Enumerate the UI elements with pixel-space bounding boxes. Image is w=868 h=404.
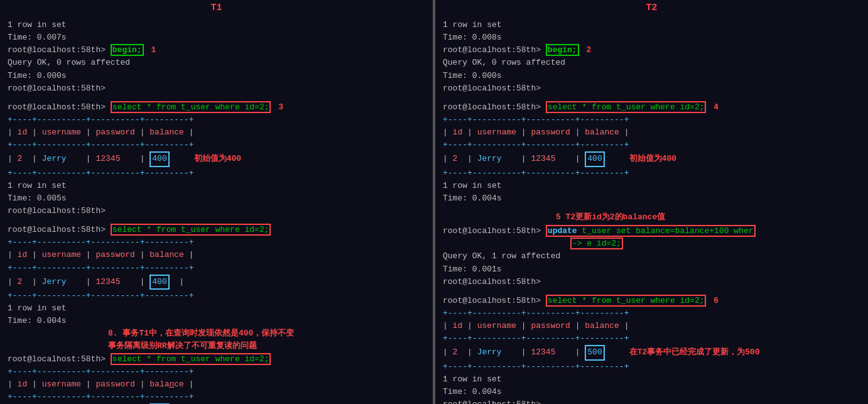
right-content: 1 row in set Time: 0.008s root@localhost…	[443, 19, 860, 404]
begin-cmd-1: begin;	[111, 44, 144, 56]
line: Time: 0.001s	[443, 263, 860, 276]
line: 1 row in set	[443, 180, 860, 192]
line: Time: 0.000s	[8, 70, 425, 82]
left-panel: T1 1 row in set Time: 0.007s root@localh…	[0, 0, 435, 404]
select-cmd-right-1: select * from t_user where id=2;	[546, 101, 707, 113]
line: 1 row in set	[443, 373, 860, 386]
line: Time: 0.004s	[8, 315, 425, 327]
line: root@localhost:58th> update t_user set b…	[443, 225, 860, 237]
line: -> e id=2;	[443, 237, 860, 250]
table-header: | id | username | password | balance |	[8, 249, 425, 261]
left-title: T1	[210, 3, 222, 13]
table-row-1: | 2 | Jerry | 12345 | 400 初始值为400	[8, 151, 425, 167]
line: Time: 0.005s	[8, 192, 425, 205]
line: 1 row in set	[8, 302, 425, 315]
line: 1 row in set	[443, 19, 860, 31]
line: Query OK, 0 rows affected	[8, 57, 425, 69]
table-row-2: | 2 | Jerry | 12345 | 400 |	[8, 275, 425, 290]
line: root@localhost:58th> begin; 2	[443, 44, 860, 57]
line: root@localhost:58th> select * from t_use…	[8, 353, 425, 366]
left-content: 1 row in set Time: 0.007s root@localhost…	[8, 19, 425, 404]
table-border: +----+----------+----------+---------+	[443, 139, 860, 151]
table-row-right-1: | 2 | Jerry | 12345 | 400 初始值为400	[443, 151, 860, 167]
table-border: +----+----------+----------+---------+	[8, 290, 425, 302]
line: root@localhost:58th> select * from t_use…	[8, 224, 425, 236]
annotation-1: 8. 事务T1中，在查询时发现依然是400，保持不变 事务隔离级别RR解决了不可…	[108, 327, 425, 352]
table-border: +----+----------+----------+---------+	[8, 167, 425, 180]
table-header: | id | username | password | balance |	[8, 378, 425, 391]
table-header: | id | username | password | balance |	[443, 126, 860, 139]
right-panel: T2 1 row in set Time: 0.008s root@localh…	[435, 0, 868, 404]
table-border: +----+----------+----------+---------+	[8, 262, 425, 275]
line: root@localhost:58th>	[443, 82, 860, 95]
line: 1 row in set	[8, 180, 425, 192]
table-border: +----+----------+----------+---------+	[8, 236, 425, 249]
line: Time: 0.007s	[8, 31, 425, 44]
table-border: +----+----------+----------+---------+	[8, 139, 425, 151]
line: root@localhost:58th>	[8, 82, 425, 95]
right-block-3: root@localhost:58th> select * from t_use…	[443, 295, 860, 404]
table-border: +----+----------+----------+---------+	[443, 332, 860, 345]
line: root@localhost:58th> select * from t_use…	[443, 101, 860, 114]
line: root@localhost:58th>	[443, 398, 860, 404]
begin-cmd-right: begin;	[546, 44, 579, 56]
left-block-2: root@localhost:58th> select * from t_use…	[8, 101, 425, 217]
update-cmd: update t_user set balance=balance+100 wh…	[546, 225, 756, 237]
select-cmd-1: select * from t_user where id=2;	[111, 101, 271, 113]
table-border: +----+----------+----------+---------+	[443, 114, 860, 126]
table-header: | id | username | password | balance |	[8, 126, 425, 139]
table-border: +----+----------+----------+---------+	[443, 307, 860, 320]
table-border: +----+----------+----------+---------+	[443, 167, 860, 180]
select-cmd-2: select * from t_user where id=2;	[111, 224, 271, 236]
table-border: +----+----------+----------+---------+	[443, 361, 860, 373]
table-header: | id | username | password | balance |	[443, 320, 860, 332]
right-block-0: 1 row in set Time: 0.008s root@localhost…	[443, 19, 860, 95]
right-title: T2	[646, 3, 657, 13]
table-border: +----+----------+----------+---------+	[8, 366, 425, 378]
line: root@localhost:58th> select * from t_use…	[8, 101, 425, 114]
line: Time: 0.004s	[443, 386, 860, 398]
line: 1 row in set	[8, 19, 425, 31]
line: Time: 0.000s	[443, 70, 860, 82]
table-row-right-2: | 2 | Jerry | 12345 | 500 在T2事务中已经完成了更新，…	[443, 345, 860, 360]
line: Time: 0.004s	[443, 192, 860, 205]
table-border: +----+----------+----------+---------+	[8, 391, 425, 403]
line: root@localhost:58th>	[443, 276, 860, 288]
select-cmd-3: select * from t_user where id=2;	[111, 353, 271, 365]
line: root@localhost:58th>	[8, 205, 425, 217]
annotation-update: 5 T2更新id为2的balance值	[556, 211, 860, 224]
line: Query OK, 0 rows affected	[443, 57, 860, 69]
table-border: +----+----------+----------+---------+	[8, 114, 425, 126]
line: root@localhost:58th> select * from t_use…	[443, 295, 860, 307]
line: Time: 0.008s	[443, 31, 860, 44]
update-cmd-cont: -> e id=2;	[570, 237, 623, 249]
line: root@localhost:58th> begin; 1	[8, 44, 425, 57]
left-block-3: root@localhost:58th> select * from t_use…	[8, 224, 425, 404]
right-block-1: root@localhost:58th> select * from t_use…	[443, 101, 860, 205]
right-block-2: 5 T2更新id为2的balance值 root@localhost:58th>…	[443, 211, 860, 288]
select-cmd-right-2: select * from t_user where id=2;	[546, 295, 707, 307]
line: Query OK, 1 row affected	[443, 250, 860, 263]
left-block-1: 1 row in set Time: 0.007s root@localhost…	[8, 19, 425, 95]
